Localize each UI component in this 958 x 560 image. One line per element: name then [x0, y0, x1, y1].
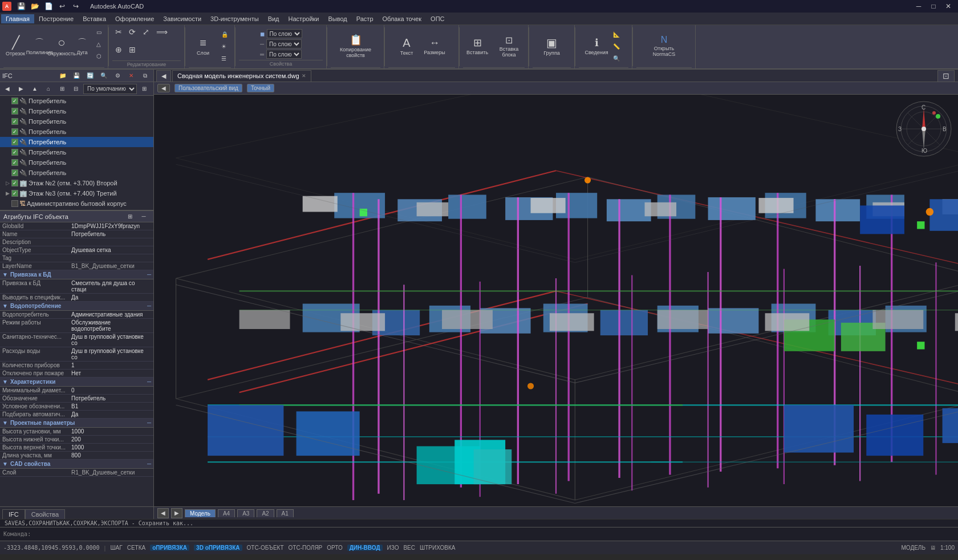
tab-svoystva[interactable]: Свойства — [25, 509, 65, 519]
edit-btn3[interactable]: ⤢ — [140, 26, 152, 38]
tree-checkbox[interactable]: ✓ — [11, 98, 18, 104]
open-norma-btn[interactable]: N Открыть NormaCS — [644, 26, 684, 66]
iso-btn[interactable]: ИЗО — [387, 545, 399, 551]
cad-canvas[interactable]: С Ю З В — [154, 95, 958, 506]
otrezok-btn[interactable]: ╱ Отрезок — [3, 26, 27, 66]
menu-rastr[interactable]: Растр — [352, 14, 378, 23]
color-dropdown[interactable]: По слою — [267, 29, 302, 38]
draw-tool1[interactable]: ▭ — [94, 26, 104, 38]
undo-btn[interactable]: ↩ — [56, 1, 68, 11]
model-next[interactable]: ▶ — [171, 508, 182, 518]
tree-item[interactable]: ✓ 🔌 Потребитель — [0, 96, 153, 106]
ifc-home[interactable]: ⌂ — [42, 83, 55, 95]
svedeniya-btn[interactable]: ℹ Сведения — [584, 26, 608, 66]
tree-item[interactable]: ✓ 🔌 Потребитель — [0, 106, 153, 116]
attr-close[interactable]: ─ — [137, 210, 150, 223]
maximize-btn[interactable]: □ — [926, 0, 941, 13]
tree-item-selected[interactable]: ✓ 🔌 Потребитель — [0, 137, 153, 147]
layout-a1[interactable]: A1 — [277, 509, 294, 517]
menu-glavnaya[interactable]: Главная — [1, 14, 34, 23]
insert-block-btn[interactable]: ⊡ Вставка блока — [493, 26, 525, 66]
draw-tool3[interactable]: ⬡ — [94, 50, 104, 62]
ifc-search[interactable]: 🔍 — [98, 70, 110, 82]
menu-oblaka[interactable]: Облака точек — [378, 14, 427, 23]
ifc-icon2[interactable]: 💾 — [70, 70, 83, 82]
nav-back[interactable]: ◀ — [157, 84, 170, 92]
layer-btn3[interactable]: ☰ — [218, 52, 231, 64]
tree-checkbox[interactable]: ✓ — [11, 139, 18, 145]
okruzhnost-btn[interactable]: ○ Окружность — [51, 26, 72, 66]
quick-new-btn[interactable]: 📄 — [42, 1, 55, 11]
ifc-float-btn[interactable]: ⧉ — [139, 70, 151, 82]
model-prev[interactable]: ◀ — [157, 508, 169, 518]
copy-props-btn[interactable]: 📋 Копирование свойств — [340, 26, 371, 66]
dimensions-btn[interactable]: ↔ Размеры — [420, 26, 449, 66]
edit-btn6[interactable]: ⊞ — [126, 44, 139, 55]
layout-a3[interactable]: A3 — [237, 509, 254, 517]
menu-nastroyki[interactable]: Настройки — [284, 14, 324, 23]
tree-item[interactable]: ✓ 🔌 Потребитель — [0, 116, 153, 127]
cmd-input[interactable] — [34, 530, 955, 538]
snap-btn[interactable]: оПРИВЯЗКА — [150, 545, 189, 551]
hatching-btn[interactable]: ШТРИХОВКА — [420, 545, 455, 551]
duga-btn[interactable]: ⌒ Дуга — [73, 26, 91, 66]
ifc-icon1[interactable]: 📁 — [56, 70, 69, 82]
tree-item-building[interactable]: 🏗 Административно бытовой корпус — [0, 198, 153, 209]
otc-polar-btn[interactable]: ОТС-ПОЛЯР — [289, 545, 323, 551]
ifc-filter-btn1[interactable]: ⊞ — [138, 83, 151, 95]
layer-btn1[interactable]: 🔒 — [218, 29, 231, 40]
tree-item[interactable]: ✓ 🔌 Потребитель — [0, 147, 153, 157]
linewidth-dropdown[interactable]: По слою — [266, 50, 302, 59]
ifc-collapse-all[interactable]: ⊟ — [70, 83, 82, 95]
edit-btn1[interactable]: ✂ — [112, 26, 125, 38]
edit-btn4[interactable]: ⟹ — [153, 26, 171, 38]
tree-checkbox[interactable]: ✓ — [11, 169, 18, 176]
ifc-close-btn[interactable]: ✕ — [125, 70, 137, 82]
ifc-filter-select[interactable]: По умолчанию — [83, 84, 137, 94]
section-vodopotreblenie[interactable]: ▼ Водопотребление ─ — [0, 302, 153, 311]
ifc-settings[interactable]: ⚙ — [111, 70, 124, 82]
ifc-expand-all[interactable]: ⊞ — [56, 83, 68, 95]
snap3d-btn[interactable]: 3D оПРИВЯЗКА — [194, 545, 242, 551]
step-btn[interactable]: ШАГ — [110, 545, 122, 551]
section-proekt[interactable]: ▼ Проектные параметры ─ — [0, 419, 153, 428]
redo-btn[interactable]: ↪ — [70, 1, 82, 11]
tree-checkbox[interactable]: ✓ — [11, 159, 18, 166]
util-btn2[interactable]: 📏 — [610, 40, 623, 52]
layout-a4[interactable]: A4 — [218, 509, 235, 517]
ifc-forward[interactable]: ▶ — [15, 83, 27, 95]
close-btn[interactable]: ✕ — [941, 0, 956, 13]
tab-ifc[interactable]: IFC — [2, 509, 25, 519]
edit-btn2[interactable]: ⟳ — [126, 26, 139, 38]
ifc-icon3[interactable]: 🔄 — [84, 70, 96, 82]
draw-tool2[interactable]: △ — [94, 38, 104, 50]
attr-expand[interactable]: ⊞ — [124, 210, 136, 223]
sloyi-btn[interactable]: ≡ Слои — [189, 26, 217, 66]
tree-checkbox[interactable]: ✓ — [11, 190, 18, 197]
ifc-up[interactable]: ▲ — [29, 83, 41, 95]
tree-item[interactable]: ✓ 🔌 Потребитель — [0, 168, 153, 178]
group-btn[interactable]: ▣ Группа — [540, 26, 564, 66]
section-cad[interactable]: ▼ CAD свойства ─ — [0, 460, 153, 469]
tree-checkbox[interactable]: ✓ — [11, 149, 18, 156]
layer-btn2[interactable]: ☀ — [218, 40, 231, 52]
menu-zavisimosti[interactable]: Зависимости — [159, 14, 206, 23]
menu-vid[interactable]: Вид — [263, 14, 284, 23]
scale-indicator[interactable]: 1:100 — [940, 545, 955, 551]
tree-checkbox[interactable] — [11, 200, 18, 207]
weight-btn[interactable]: ВЕС — [403, 545, 415, 551]
expand-icon[interactable]: ▶ — [5, 190, 10, 196]
text-btn[interactable]: A Текст — [395, 26, 419, 66]
model-tab[interactable]: Модель — [185, 509, 216, 517]
tree-checkbox[interactable]: ✓ — [11, 128, 18, 135]
menu-oformlenie[interactable]: Оформление — [111, 14, 159, 23]
ifc-back[interactable]: ◀ — [1, 83, 14, 95]
menu-vyvod[interactable]: Вывод — [323, 14, 351, 23]
menu-ops[interactable]: ОПС — [426, 14, 449, 23]
tree-item-floor3[interactable]: ▶ ✓ 🏢 Этаж №3 (отм. +7.400) Третий — [0, 188, 153, 198]
minimize-btn[interactable]: ─ — [911, 0, 926, 13]
menu-3d[interactable]: 3D-инструменты — [206, 14, 263, 23]
tree-checkbox[interactable]: ✓ — [11, 108, 18, 115]
util-btn3[interactable]: 🔍 — [610, 52, 623, 64]
menu-vstavka[interactable]: Вставка — [78, 14, 111, 23]
